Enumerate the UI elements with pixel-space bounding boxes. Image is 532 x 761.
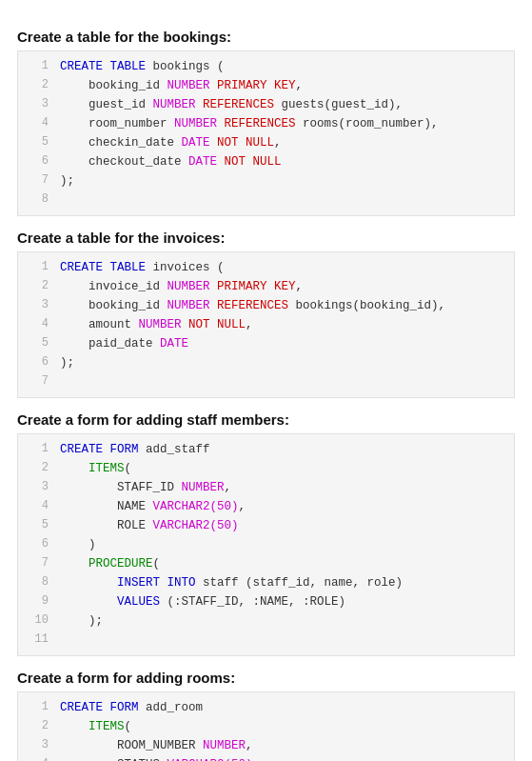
- line-number: 1: [28, 57, 49, 76]
- section-bookings: Create a table for the bookings: 1 CREAT…: [17, 29, 515, 216]
- line-number: 3: [28, 95, 49, 114]
- code-line: 3 STAFF_ID NUMBER,: [28, 478, 504, 497]
- section-rooms-form: Create a form for adding rooms: 1 CREATE…: [17, 670, 515, 761]
- line-number: 8: [28, 573, 49, 592]
- code-line: 2 ITEMS(: [28, 717, 504, 736]
- code-line: 2 ITEMS(: [28, 459, 504, 478]
- line-number: 2: [28, 717, 49, 736]
- line-number: 6: [28, 152, 49, 171]
- code-block-rooms-form: 1 CREATE FORM add_room 2 ITEMS( 3 ROOM_N…: [17, 691, 515, 761]
- code-line: 2 invoice_id NUMBER PRIMARY KEY,: [28, 277, 504, 296]
- line-number: 6: [28, 535, 49, 554]
- line-number: 1: [28, 440, 49, 459]
- code-line: 11: [28, 631, 504, 650]
- code-line: 6 ): [28, 535, 504, 554]
- line-number: 3: [28, 736, 49, 755]
- section-title-staff-form: Create a form for adding staff members:: [17, 411, 515, 428]
- line-number: 5: [28, 133, 49, 152]
- section-title-rooms-form: Create a form for adding rooms:: [17, 670, 515, 686]
- line-number: 10: [28, 611, 49, 631]
- line-number: 7: [28, 554, 49, 573]
- line-number: 1: [28, 698, 49, 717]
- line-number: 8: [28, 190, 49, 210]
- code-block-bookings: 1 CREATE TABLE bookings ( 2 booking_id N…: [17, 50, 515, 216]
- section-staff-form: Create a form for adding staff members: …: [17, 411, 515, 656]
- line-number: 11: [28, 631, 49, 650]
- code-line: 4 STATUS VARCHAR2(50): [28, 755, 504, 761]
- code-block-invoices: 1 CREATE TABLE invoices ( 2 invoice_id N…: [17, 251, 515, 398]
- code-line: 6 checkout_date DATE NOT NULL: [28, 152, 504, 171]
- code-line: 1 CREATE FORM add_room: [28, 698, 504, 717]
- code-line: 5 checkin_date DATE NOT NULL,: [28, 133, 504, 152]
- code-line: 6 );: [28, 353, 504, 372]
- code-line: 4 amount NUMBER NOT NULL,: [28, 315, 504, 334]
- line-number: 4: [28, 114, 49, 133]
- code-line: 4 room_number NUMBER REFERENCES rooms(ro…: [28, 114, 504, 133]
- code-line: 10 );: [28, 611, 504, 631]
- code-line: 3 guest_id NUMBER REFERENCES guests(gues…: [28, 95, 504, 114]
- line-number: 2: [28, 459, 49, 478]
- code-line: 9 VALUES (:STAFF_ID, :NAME, :ROLE): [28, 592, 504, 611]
- code-line: 3 booking_id NUMBER REFERENCES bookings(…: [28, 296, 504, 315]
- line-number: 6: [28, 353, 49, 372]
- line-number: 2: [28, 277, 49, 296]
- line-number: 3: [28, 296, 49, 315]
- line-number: 7: [28, 171, 49, 190]
- code-line: 7 );: [28, 171, 504, 190]
- code-line: 8: [28, 190, 504, 210]
- section-title-bookings: Create a table for the bookings:: [17, 29, 515, 45]
- code-line: 1 CREATE TABLE bookings (: [28, 57, 504, 76]
- line-number: 7: [28, 372, 49, 391]
- line-number: 5: [28, 516, 49, 535]
- line-number: 9: [28, 592, 49, 611]
- code-line: 1 CREATE TABLE invoices (: [28, 258, 504, 277]
- code-line: 7 PROCEDURE(: [28, 554, 504, 573]
- code-line: 8 INSERT INTO staff (staff_id, name, rol…: [28, 573, 504, 592]
- section-title-invoices: Create a table for the invoices:: [17, 230, 515, 246]
- code-line: 5 paid_date DATE: [28, 334, 504, 353]
- code-block-staff-form: 1 CREATE FORM add_staff 2 ITEMS( 3 STAFF…: [17, 433, 515, 656]
- line-number: 4: [28, 315, 49, 334]
- line-number: 1: [28, 258, 49, 277]
- code-line: 1 CREATE FORM add_staff: [28, 440, 504, 459]
- line-number: 3: [28, 478, 49, 497]
- line-number: 5: [28, 334, 49, 353]
- code-line: 7: [28, 372, 504, 391]
- line-number: 2: [28, 76, 49, 95]
- code-line: 5 ROLE VARCHAR2(50): [28, 516, 504, 535]
- code-line: 2 booking_id NUMBER PRIMARY KEY,: [28, 76, 504, 95]
- line-number: 4: [28, 755, 49, 761]
- line-number: 4: [28, 497, 49, 516]
- code-line: 4 NAME VARCHAR2(50),: [28, 497, 504, 516]
- section-invoices: Create a table for the invoices: 1 CREAT…: [17, 230, 515, 398]
- code-line: 3 ROOM_NUMBER NUMBER,: [28, 736, 504, 755]
